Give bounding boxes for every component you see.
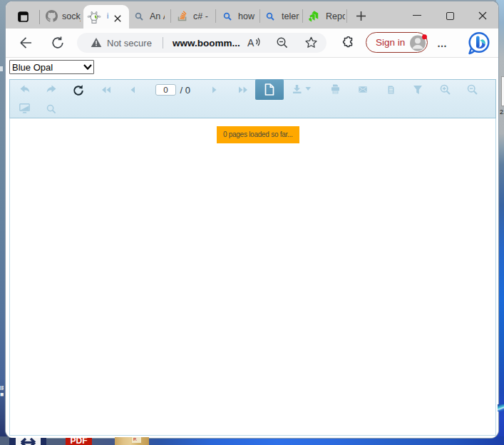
svg-text:A: A — [247, 37, 254, 48]
